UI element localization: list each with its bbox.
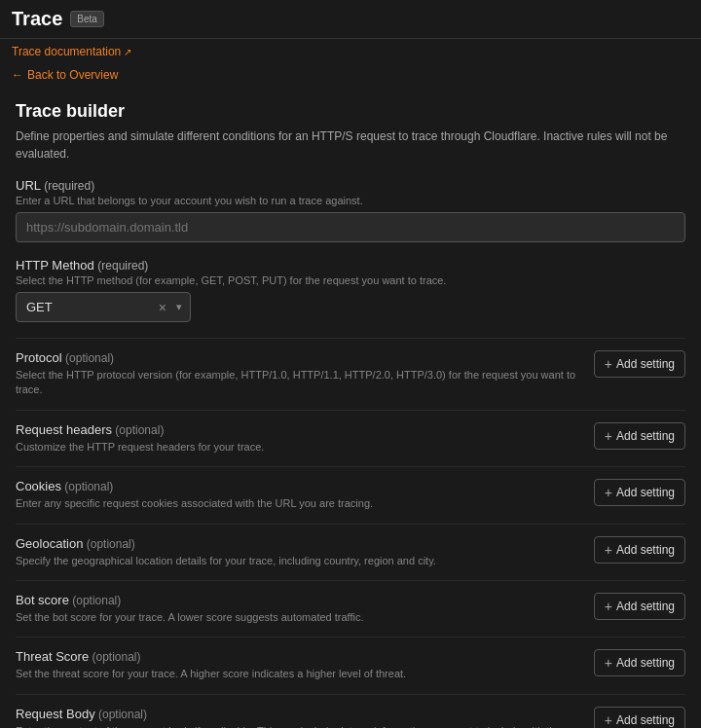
page-heading: Trace [12, 8, 62, 30]
plus-icon: + [605, 655, 612, 671]
threat-score-hint: Set the threat score for your trace. A h… [16, 667, 406, 681]
page-title: Trace builder [16, 101, 685, 122]
beta-badge: Beta [70, 11, 104, 27]
chevron-down-icon: ▾ [172, 301, 190, 313]
request-headers-hint: Customize the HTTP request headers for y… [16, 440, 264, 455]
plus-icon: + [605, 485, 612, 500]
bot-score-hint: Set the bot score for your trace. A lowe… [16, 610, 363, 625]
plus-icon: + [605, 356, 612, 372]
optional-field-cookies: Cookies (optional)Enter any specific req… [16, 466, 685, 523]
geolocation-hint: Specify the geographical location detail… [16, 554, 436, 568]
http-method-hint: Select the HTTP method (for example, GET… [16, 274, 685, 286]
http-method-value: GET [17, 293, 153, 321]
http-method-field-section: HTTP Method (required) Select the HTTP m… [16, 258, 685, 322]
optional-field-request-body: Request Body (optional)Enter the content… [16, 694, 685, 728]
protocol-field-info: Protocol (optional)Select the HTTP proto… [16, 350, 580, 398]
threat-score-field-info: Threat Score (optional)Set the threat sc… [16, 649, 406, 681]
threat-score-label: Threat Score (optional) [16, 649, 406, 664]
header: Trace Beta [0, 0, 701, 39]
optional-field-threat-score: Threat Score (optional)Set the threat sc… [16, 637, 685, 693]
optional-field-bot-score: Bot score (optional)Set the bot score fo… [16, 580, 685, 637]
add-setting-request-headers-button[interactable]: +Add setting [594, 422, 685, 450]
add-setting-protocol-button[interactable]: +Add setting [594, 350, 685, 378]
plus-icon: + [605, 542, 612, 558]
geolocation-label: Geolocation (optional) [16, 536, 436, 551]
plus-icon: + [605, 599, 612, 614]
url-field-section: URL (required) Enter a URL that belongs … [16, 178, 685, 242]
request-body-field-info: Request Body (optional)Enter the content… [16, 707, 580, 728]
url-label: URL (required) [16, 178, 685, 193]
bot-score-label: Bot score (optional) [16, 593, 363, 607]
arrow-left-icon: ← [12, 68, 23, 82]
main-content: Trace builder Define properties and simu… [0, 90, 701, 728]
bot-score-field-info: Bot score (optional)Set the bot score fo… [16, 593, 363, 625]
page-description: Define properties and simulate different… [16, 127, 685, 163]
add-setting-cookies-button[interactable]: +Add setting [594, 479, 685, 506]
http-method-label: HTTP Method (required) [16, 258, 685, 273]
plus-icon: + [605, 428, 612, 444]
cookies-label: Cookies (optional) [16, 479, 373, 493]
plus-icon: + [605, 712, 612, 728]
clear-icon[interactable]: × [153, 300, 172, 315]
add-setting-geolocation-button[interactable]: +Add setting [594, 536, 685, 564]
cookies-field-info: Cookies (optional)Enter any specific req… [16, 479, 373, 511]
protocol-label: Protocol (optional) [16, 350, 580, 365]
optional-field-request-headers: Request headers (optional)Customize the … [16, 410, 685, 466]
back-to-overview-link[interactable]: ← Back to Overview [0, 64, 701, 90]
protocol-hint: Select the HTTP protocol version (for ex… [16, 368, 580, 398]
add-setting-request-body-button[interactable]: +Add setting [594, 707, 685, 728]
optional-field-geolocation: Geolocation (optional)Specify the geogra… [16, 524, 685, 580]
http-method-select[interactable]: GET × ▾ [16, 292, 191, 322]
add-setting-bot-score-button[interactable]: +Add setting [594, 593, 685, 620]
request-body-hint: Enter the content of the request body if… [16, 724, 580, 728]
add-setting-threat-score-button[interactable]: +Add setting [594, 649, 685, 676]
cookies-hint: Enter any specific request cookies assoc… [16, 496, 373, 511]
trace-documentation-link[interactable]: Trace documentation ↗ [0, 39, 701, 64]
request-body-label: Request Body (optional) [16, 707, 580, 721]
request-headers-field-info: Request headers (optional)Customize the … [16, 422, 264, 455]
optional-fields-list: Protocol (optional)Select the HTTP proto… [16, 338, 685, 728]
external-link-icon: ↗ [124, 47, 131, 57]
geolocation-field-info: Geolocation (optional)Specify the geogra… [16, 536, 436, 568]
url-input[interactable] [16, 212, 685, 242]
url-hint: Enter a URL that belongs to your account… [16, 195, 685, 206]
request-headers-label: Request headers (optional) [16, 422, 264, 437]
optional-field-protocol: Protocol (optional)Select the HTTP proto… [16, 338, 685, 410]
